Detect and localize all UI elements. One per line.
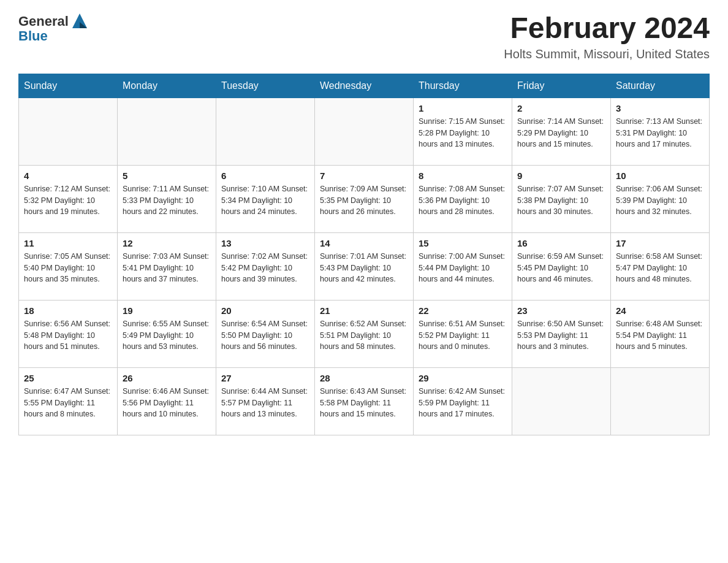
- table-row: 9Sunrise: 7:07 AM Sunset: 5:38 PM Daylig…: [512, 165, 611, 232]
- col-saturday: Saturday: [611, 74, 710, 98]
- day-number: 15: [419, 238, 507, 248]
- day-number: 5: [123, 170, 211, 181]
- table-row: 21Sunrise: 6:52 AM Sunset: 5:51 PM Dayli…: [315, 300, 414, 367]
- table-row: 24Sunrise: 6:48 AM Sunset: 5:54 PM Dayli…: [611, 300, 710, 367]
- day-number: 12: [123, 238, 211, 248]
- day-number: 8: [419, 170, 507, 181]
- day-info: Sunrise: 6:47 AM Sunset: 5:55 PM Dayligh…: [24, 386, 112, 420]
- month-title: February 2024: [504, 12, 710, 45]
- day-number: 11: [24, 238, 112, 248]
- col-sunday: Sunday: [19, 74, 118, 98]
- day-number: 14: [320, 238, 408, 248]
- table-row: 11Sunrise: 7:05 AM Sunset: 5:40 PM Dayli…: [19, 232, 118, 300]
- calendar-week-row: 4Sunrise: 7:12 AM Sunset: 5:32 PM Daylig…: [19, 165, 710, 232]
- day-number: 21: [320, 305, 408, 316]
- location-subtitle: Holts Summit, Missouri, United States: [504, 47, 710, 61]
- day-info: Sunrise: 6:48 AM Sunset: 5:54 PM Dayligh…: [616, 318, 704, 353]
- table-row: 18Sunrise: 6:56 AM Sunset: 5:48 PM Dayli…: [19, 300, 118, 367]
- day-number: 6: [221, 170, 309, 181]
- table-row: 2Sunrise: 7:14 AM Sunset: 5:29 PM Daylig…: [512, 98, 611, 165]
- table-row: 26Sunrise: 6:46 AM Sunset: 5:56 PM Dayli…: [118, 367, 216, 435]
- table-row: 19Sunrise: 6:55 AM Sunset: 5:49 PM Dayli…: [118, 300, 216, 367]
- day-info: Sunrise: 7:10 AM Sunset: 5:34 PM Dayligh…: [221, 183, 309, 218]
- day-info: Sunrise: 6:43 AM Sunset: 5:58 PM Dayligh…: [320, 386, 408, 420]
- day-number: 26: [123, 373, 211, 383]
- logo-icon: [70, 11, 89, 31]
- col-monday: Monday: [118, 74, 216, 98]
- day-number: 13: [221, 238, 309, 248]
- day-info: Sunrise: 6:56 AM Sunset: 5:48 PM Dayligh…: [24, 318, 112, 353]
- day-info: Sunrise: 6:52 AM Sunset: 5:51 PM Dayligh…: [320, 318, 408, 353]
- day-number: 29: [419, 373, 507, 383]
- day-info: Sunrise: 6:55 AM Sunset: 5:49 PM Dayligh…: [123, 318, 211, 353]
- day-info: Sunrise: 6:46 AM Sunset: 5:56 PM Dayligh…: [123, 386, 211, 420]
- table-row: 14Sunrise: 7:01 AM Sunset: 5:43 PM Dayli…: [315, 232, 414, 300]
- logo: General Blue: [18, 12, 89, 44]
- title-block: February 2024 Holts Summit, Missouri, Un…: [504, 12, 710, 61]
- table-row: 8Sunrise: 7:08 AM Sunset: 5:36 PM Daylig…: [414, 165, 512, 232]
- day-info: Sunrise: 7:01 AM Sunset: 5:43 PM Dayligh…: [320, 251, 408, 285]
- day-info: Sunrise: 6:58 AM Sunset: 5:47 PM Dayligh…: [616, 251, 704, 285]
- table-row: [118, 98, 216, 165]
- table-row: 23Sunrise: 6:50 AM Sunset: 5:53 PM Dayli…: [512, 300, 611, 367]
- day-number: 22: [419, 305, 507, 316]
- table-row: [611, 367, 710, 435]
- day-info: Sunrise: 7:08 AM Sunset: 5:36 PM Dayligh…: [419, 183, 507, 218]
- day-number: 7: [320, 170, 408, 181]
- calendar-week-row: 1Sunrise: 7:15 AM Sunset: 5:28 PM Daylig…: [19, 98, 710, 165]
- day-info: Sunrise: 7:09 AM Sunset: 5:35 PM Dayligh…: [320, 183, 408, 218]
- day-number: 4: [24, 170, 112, 181]
- day-info: Sunrise: 7:03 AM Sunset: 5:41 PM Dayligh…: [123, 251, 211, 285]
- day-info: Sunrise: 6:50 AM Sunset: 5:53 PM Dayligh…: [517, 318, 605, 353]
- day-number: 24: [616, 305, 704, 316]
- col-thursday: Thursday: [414, 74, 512, 98]
- day-number: 20: [221, 305, 309, 316]
- table-row: 28Sunrise: 6:43 AM Sunset: 5:58 PM Dayli…: [315, 367, 414, 435]
- page-header: General Blue February 2024 Holts Summit,…: [18, 12, 710, 61]
- table-row: 16Sunrise: 6:59 AM Sunset: 5:45 PM Dayli…: [512, 232, 611, 300]
- table-row: 29Sunrise: 6:42 AM Sunset: 5:59 PM Dayli…: [414, 367, 512, 435]
- day-info: Sunrise: 7:14 AM Sunset: 5:29 PM Dayligh…: [517, 116, 605, 150]
- day-number: 3: [616, 103, 704, 113]
- calendar-week-row: 18Sunrise: 6:56 AM Sunset: 5:48 PM Dayli…: [19, 300, 710, 367]
- table-row: 3Sunrise: 7:13 AM Sunset: 5:31 PM Daylig…: [611, 98, 710, 165]
- table-row: 1Sunrise: 7:15 AM Sunset: 5:28 PM Daylig…: [414, 98, 512, 165]
- table-row: 4Sunrise: 7:12 AM Sunset: 5:32 PM Daylig…: [19, 165, 118, 232]
- calendar-week-row: 11Sunrise: 7:05 AM Sunset: 5:40 PM Dayli…: [19, 232, 710, 300]
- table-row: 13Sunrise: 7:02 AM Sunset: 5:42 PM Dayli…: [216, 232, 315, 300]
- day-info: Sunrise: 6:54 AM Sunset: 5:50 PM Dayligh…: [221, 318, 309, 353]
- day-number: 16: [517, 238, 605, 248]
- table-row: 27Sunrise: 6:44 AM Sunset: 5:57 PM Dayli…: [216, 367, 315, 435]
- table-row: 15Sunrise: 7:00 AM Sunset: 5:44 PM Dayli…: [414, 232, 512, 300]
- day-info: Sunrise: 6:42 AM Sunset: 5:59 PM Dayligh…: [419, 386, 507, 420]
- day-number: 28: [320, 373, 408, 383]
- table-row: 10Sunrise: 7:06 AM Sunset: 5:39 PM Dayli…: [611, 165, 710, 232]
- table-row: 22Sunrise: 6:51 AM Sunset: 5:52 PM Dayli…: [414, 300, 512, 367]
- day-number: 27: [221, 373, 309, 383]
- calendar-table: Sunday Monday Tuesday Wednesday Thursday…: [18, 74, 710, 435]
- day-number: 19: [123, 305, 211, 316]
- day-info: Sunrise: 6:44 AM Sunset: 5:57 PM Dayligh…: [221, 386, 309, 420]
- table-row: 7Sunrise: 7:09 AM Sunset: 5:35 PM Daylig…: [315, 165, 414, 232]
- col-tuesday: Tuesday: [216, 74, 315, 98]
- table-row: 5Sunrise: 7:11 AM Sunset: 5:33 PM Daylig…: [118, 165, 216, 232]
- day-info: Sunrise: 7:11 AM Sunset: 5:33 PM Dayligh…: [123, 183, 211, 218]
- day-number: 25: [24, 373, 112, 383]
- calendar-week-row: 25Sunrise: 6:47 AM Sunset: 5:55 PM Dayli…: [19, 367, 710, 435]
- day-number: 9: [517, 170, 605, 181]
- day-info: Sunrise: 7:02 AM Sunset: 5:42 PM Dayligh…: [221, 251, 309, 285]
- day-info: Sunrise: 7:13 AM Sunset: 5:31 PM Dayligh…: [616, 116, 704, 150]
- logo-text-blue: Blue: [18, 28, 48, 44]
- table-row: 25Sunrise: 6:47 AM Sunset: 5:55 PM Dayli…: [19, 367, 118, 435]
- table-row: [315, 98, 414, 165]
- day-info: Sunrise: 7:15 AM Sunset: 5:28 PM Dayligh…: [419, 116, 507, 150]
- day-info: Sunrise: 7:07 AM Sunset: 5:38 PM Dayligh…: [517, 183, 605, 218]
- day-info: Sunrise: 7:05 AM Sunset: 5:40 PM Dayligh…: [24, 251, 112, 285]
- table-row: 20Sunrise: 6:54 AM Sunset: 5:50 PM Dayli…: [216, 300, 315, 367]
- table-row: 6Sunrise: 7:10 AM Sunset: 5:34 PM Daylig…: [216, 165, 315, 232]
- day-number: 10: [616, 170, 704, 181]
- day-number: 23: [517, 305, 605, 316]
- day-info: Sunrise: 6:51 AM Sunset: 5:52 PM Dayligh…: [419, 318, 507, 353]
- table-row: [19, 98, 118, 165]
- table-row: 12Sunrise: 7:03 AM Sunset: 5:41 PM Dayli…: [118, 232, 216, 300]
